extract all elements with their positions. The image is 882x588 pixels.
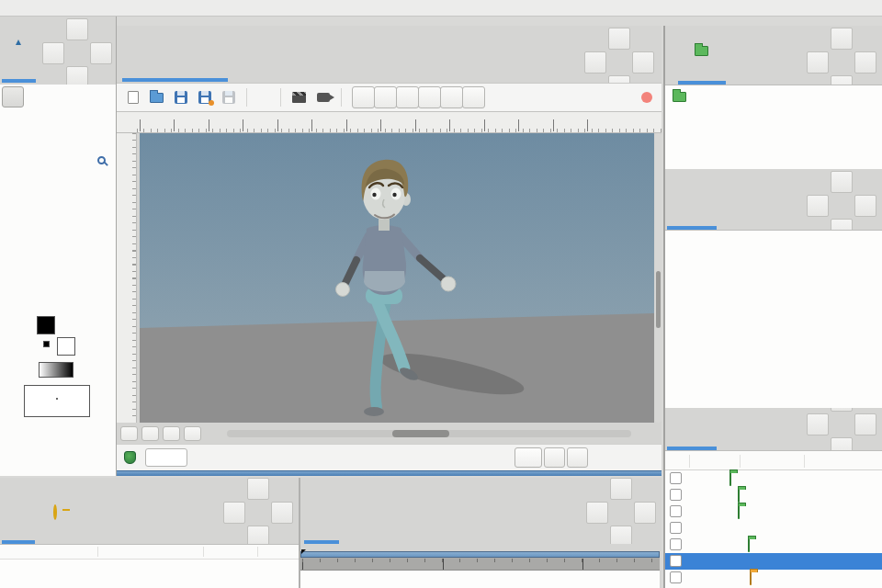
active-tab-indicator — [304, 540, 339, 544]
rotate-tool[interactable] — [68, 86, 90, 107]
polygon-tool[interactable] — [68, 107, 90, 129]
keyframes-tab-icon[interactable] — [53, 504, 57, 520]
background-color-swatch[interactable] — [57, 337, 75, 356]
foreground-color-swatch[interactable] — [37, 316, 55, 334]
layer-visibility-checkbox[interactable] — [670, 538, 682, 550]
scrollbar-thumb[interactable] — [656, 271, 661, 328]
save-button[interactable] — [175, 91, 187, 104]
onion-skin-past-button[interactable] — [544, 447, 565, 468]
time-label — [302, 559, 305, 570]
layer-row-arm-rht[interactable] — [665, 570, 882, 586]
params-panel — [0, 478, 299, 588]
group-folder-icon — [750, 572, 752, 584]
skip-begin-button[interactable] — [197, 447, 219, 468]
fill-tool[interactable] — [68, 129, 90, 150]
record-indicator-icon — [641, 92, 652, 103]
gradient-swatch[interactable] — [39, 362, 74, 378]
layer-visibility-checkbox[interactable] — [670, 571, 682, 583]
layer-visibility-checkbox[interactable] — [670, 472, 682, 484]
toggle-vertex-handles-button[interactable] — [374, 86, 397, 108]
toggle-position-handles-button[interactable] — [352, 86, 375, 108]
prev-keyframe-button[interactable] — [219, 447, 241, 468]
brush-tool[interactable] — [68, 150, 90, 171]
ruler-label — [174, 119, 176, 131]
rectangle-tool[interactable] — [24, 107, 46, 129]
time-slider-bar[interactable] — [117, 470, 662, 476]
dock-target — [807, 28, 878, 85]
group-folder-icon — [729, 473, 731, 485]
canvas-browser-tab-icon[interactable] — [695, 46, 708, 56]
canvas-workarea[interactable] — [140, 133, 654, 423]
outline-color-swatch[interactable] — [43, 341, 50, 347]
camera-icon — [317, 93, 330, 102]
magnifier-icon — [97, 156, 106, 164]
layer-row-rotate[interactable] — [665, 520, 882, 537]
smooth-move-tool[interactable] — [24, 86, 46, 107]
eyedrop-tool[interactable] — [2, 150, 24, 171]
ruler-label — [484, 119, 487, 131]
save-all-button[interactable] — [222, 91, 235, 104]
layer-row-l-arm[interactable] — [665, 487, 882, 503]
toggle-angle-handles-button[interactable] — [462, 86, 485, 108]
ruler-label — [415, 119, 418, 131]
next-keyframe-button[interactable] — [307, 447, 329, 468]
draw-tool[interactable] — [24, 129, 46, 150]
interpolation-dropdown[interactable] — [514, 447, 542, 468]
onion-skin-button[interactable] — [184, 426, 201, 441]
cutout-tool[interactable] — [46, 129, 68, 150]
layer-row-rotate-selected[interactable] — [665, 553, 882, 570]
layers-column-headers[interactable] — [665, 450, 882, 470]
star-tool[interactable] — [46, 107, 68, 129]
scale-tool[interactable] — [90, 86, 112, 107]
play-button[interactable] — [263, 447, 285, 468]
canvas-horizontal-scrollbar[interactable] — [227, 430, 631, 437]
timebar-selection[interactable] — [300, 551, 660, 558]
prev-frame-button[interactable] — [241, 447, 263, 468]
transform-tool[interactable] — [2, 86, 24, 107]
time-ruler[interactable] — [300, 558, 660, 571]
layer-visibility-checkbox[interactable] — [670, 489, 682, 501]
preview-button[interactable] — [317, 93, 330, 102]
timetrack-rows-area[interactable] — [300, 571, 660, 588]
layer-visibility-checkbox[interactable] — [670, 522, 682, 534]
render-button[interactable] — [292, 92, 306, 103]
time-cursor-icon[interactable] — [301, 549, 306, 554]
params-column-headers[interactable] — [0, 544, 299, 560]
pencil-tool[interactable] — [46, 150, 68, 171]
layer-row-rightarm[interactable] — [665, 537, 882, 553]
text-tool[interactable] — [24, 150, 46, 171]
save-as-button[interactable] — [198, 91, 211, 104]
gradient-tool[interactable] — [90, 107, 112, 129]
canvas-browser-item[interactable] — [665, 85, 882, 102]
active-tab-indicator — [2, 79, 36, 83]
toggle-radius-handles-button[interactable] — [418, 86, 441, 108]
mirror-tool[interactable] — [46, 86, 68, 107]
toggle-future-keyframe-button[interactable] — [141, 426, 159, 441]
next-frame-button[interactable] — [285, 447, 307, 468]
canvas-vertical-scrollbar[interactable] — [655, 133, 662, 423]
open-button[interactable] — [150, 93, 164, 103]
layer-row-r-arm[interactable] — [665, 503, 882, 520]
canvas-browser-header — [665, 26, 882, 85]
spline-tool[interactable] — [2, 129, 24, 150]
param-row-origin[interactable] — [0, 560, 299, 574]
ruler-label — [587, 119, 590, 131]
current-time-field[interactable] — [145, 448, 187, 467]
new-document-button[interactable] — [128, 91, 139, 104]
brush-preview[interactable] — [24, 385, 90, 417]
ruler-label — [553, 119, 556, 131]
skip-end-button[interactable] — [329, 447, 351, 468]
zoom-tool[interactable] — [90, 150, 112, 171]
width-tool[interactable] — [90, 129, 112, 150]
layer-row-skeleton[interactable] — [665, 470, 882, 487]
layer-visibility-checkbox[interactable] — [670, 555, 682, 567]
onion-skin-future-button[interactable] — [567, 447, 588, 468]
keyframe-lock-button[interactable] — [163, 426, 180, 441]
scrollbar-thumb[interactable] — [392, 430, 449, 437]
circle-tool[interactable] — [2, 107, 24, 129]
layer-visibility-checkbox[interactable] — [670, 505, 682, 517]
toggle-width-handles-button[interactable] — [440, 86, 463, 108]
toggle-tangent-handles-button[interactable] — [396, 86, 419, 108]
param-row-amount[interactable] — [0, 574, 299, 588]
toggle-past-keyframe-button[interactable] — [120, 426, 138, 441]
